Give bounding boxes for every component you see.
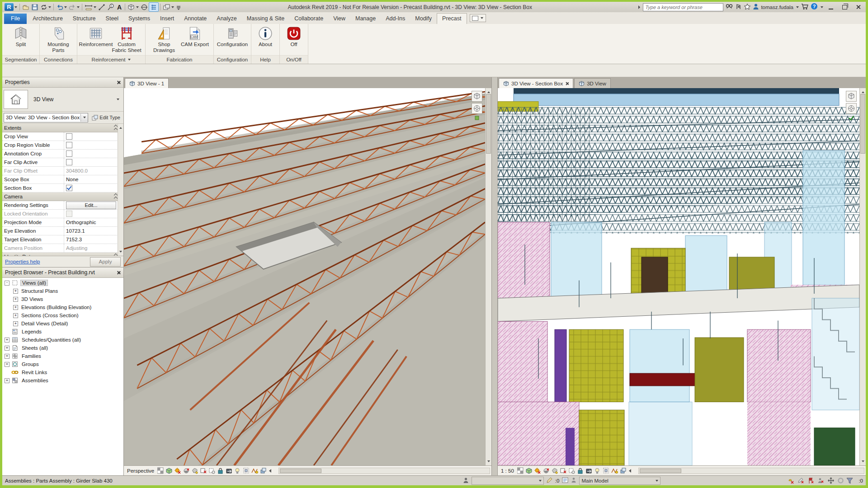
text-icon[interactable]: A — [115, 3, 123, 11]
right-3d-scene[interactable] — [498, 88, 859, 465]
project-browser-close-icon[interactable] — [117, 271, 121, 275]
scrollbar-thumb[interactable] — [280, 469, 321, 473]
steering-wheel-icon[interactable] — [472, 103, 482, 114]
cam-export-button[interactable]: CAM CAM Export — [180, 25, 210, 47]
panel-name-segmentation[interactable]: Segmentation — [2, 55, 39, 64]
panel-name-help[interactable]: Help — [251, 55, 279, 64]
property-value[interactable]: None — [64, 175, 118, 183]
tab-add-ins[interactable]: Add-Ins — [381, 14, 410, 24]
viewcube-icon[interactable] — [846, 91, 857, 102]
right-vertical-scrollbar[interactable] — [859, 88, 866, 465]
thin-lines-icon[interactable] — [149, 2, 159, 12]
tree-item-legends[interactable]: Legends — [2, 328, 123, 336]
tab-annotate[interactable]: Annotate — [179, 14, 212, 24]
minimize-button[interactable] — [825, 3, 837, 11]
reinforcement-button[interactable]: Reinforcement — [81, 25, 111, 47]
property-value[interactable] — [64, 150, 118, 158]
tree-item-revit-links[interactable]: Revit Links — [2, 368, 123, 376]
tree-item-sections[interactable]: + Sections (Cross Section) — [2, 311, 123, 319]
off-button[interactable]: Off — [283, 25, 304, 47]
scroll-down-icon[interactable] — [862, 460, 864, 464]
scroll-up-icon[interactable] — [862, 90, 864, 93]
customize-qat-icon[interactable] — [175, 3, 182, 11]
view-control-icons[interactable] — [157, 467, 274, 474]
active-workset-select[interactable] — [472, 477, 544, 485]
expander-icon[interactable]: + — [13, 313, 18, 318]
restore-button[interactable] — [839, 3, 850, 11]
open-icon[interactable] — [21, 3, 30, 11]
property-value[interactable] — [64, 184, 118, 192]
checkbox[interactable] — [66, 142, 72, 148]
tab-architecture[interactable]: Architecture — [28, 14, 68, 24]
project-browser-header[interactable]: Project Browser - Precast Building.rvt — [2, 267, 123, 278]
close-button[interactable] — [852, 3, 864, 11]
tab-modify[interactable]: Modify — [410, 14, 437, 24]
search-icon[interactable] — [725, 3, 733, 11]
tree-item-3d-views[interactable]: + 3D Views — [2, 295, 123, 303]
confirm-check-icon[interactable] — [848, 115, 854, 122]
expander-icon[interactable]: + — [13, 305, 18, 310]
infocenter-expand-icon[interactable] — [637, 5, 641, 10]
status-toggle-icons[interactable] — [788, 477, 856, 484]
view-tab-3d-view[interactable]: 3D View — [574, 78, 611, 88]
checkbox[interactable] — [66, 150, 72, 157]
mini-cube-icon[interactable] — [474, 115, 480, 122]
design-options-icon[interactable] — [562, 477, 568, 484]
tab-manage[interactable]: Manage — [350, 14, 381, 24]
tree-item-structural-plans[interactable]: + Structural Plans — [2, 287, 123, 295]
tab-systems[interactable]: Systems — [123, 14, 155, 24]
measure-icon[interactable] — [84, 3, 97, 11]
design-options-person-icon[interactable] — [571, 477, 576, 484]
ribbon-display-toggle[interactable] — [470, 14, 486, 22]
editable-only-icon[interactable] — [547, 477, 552, 484]
view-tab-3d-view-1[interactable]: 3D View - 1 — [125, 78, 169, 88]
section-extents[interactable]: Extents — [2, 124, 123, 132]
save-icon[interactable] — [30, 3, 39, 11]
split-button[interactable]: Split — [6, 25, 36, 47]
help-menu-caret[interactable] — [821, 6, 823, 8]
panel-name-configuration[interactable]: Configuration — [214, 55, 251, 64]
tab-close-icon[interactable] — [565, 82, 569, 85]
shop-drawings-button[interactable]: Shop Drawings — [149, 25, 179, 53]
scrollbar-thumb[interactable] — [860, 94, 865, 154]
viewcube-icon[interactable] — [472, 91, 482, 102]
viewport-divider[interactable] — [491, 77, 498, 475]
tree-item-assemblies[interactable]: + Assemblies — [2, 376, 123, 385]
checkbox[interactable] — [66, 133, 72, 140]
steering-wheel-icon[interactable] — [846, 103, 857, 114]
section-icon[interactable] — [140, 3, 149, 11]
checkbox[interactable] — [66, 159, 72, 165]
type-selector-caret[interactable] — [80, 114, 88, 122]
scrollbar-thumb[interactable] — [640, 469, 681, 473]
undo-icon[interactable] — [55, 3, 68, 11]
search-input[interactable] — [643, 3, 723, 11]
section-camera[interactable]: Camera — [2, 192, 123, 201]
rendering-edit-button[interactable]: Edit... — [66, 202, 116, 209]
username-label[interactable]: tomasz.fudala — [761, 5, 793, 10]
expander-icon[interactable]: - — [5, 281, 9, 286]
property-value[interactable]: Orthographic — [64, 218, 118, 226]
tree-item-elevations[interactable]: + Elevations (Building Elevation) — [2, 303, 123, 311]
tab-massing-site[interactable]: Massing & Site — [242, 14, 289, 24]
properties-close-icon[interactable] — [117, 80, 121, 84]
checkbox[interactable] — [66, 185, 72, 191]
expander-icon[interactable]: + — [13, 289, 18, 294]
sync-icon[interactable] — [39, 3, 52, 11]
collapse-chevron-icon[interactable] — [114, 125, 117, 131]
panel-name-onoff[interactable]: On/Off — [280, 55, 308, 64]
properties-header[interactable]: Properties — [2, 77, 123, 88]
panel-name-connections[interactable]: Connections — [40, 55, 77, 64]
expander-icon[interactable]: + — [5, 354, 9, 359]
tab-file[interactable]: File — [4, 14, 27, 24]
left-horizontal-scrollbar[interactable] — [278, 468, 490, 474]
property-value[interactable]: 10723.1 — [64, 227, 118, 235]
type-dropdown-caret[interactable] — [117, 99, 119, 100]
scroll-down-icon[interactable] — [119, 251, 122, 254]
left-3d-scene[interactable] — [124, 88, 485, 465]
redo-icon[interactable] — [68, 3, 80, 11]
scroll-down-icon[interactable] — [487, 460, 490, 464]
tab-collaborate[interactable]: Collaborate — [289, 14, 328, 24]
properties-scrollbar[interactable] — [118, 124, 123, 256]
tree-item-detail-views[interactable]: + Detail Views (Detail) — [2, 319, 123, 328]
collapse-chevron-icon[interactable] — [114, 194, 117, 200]
